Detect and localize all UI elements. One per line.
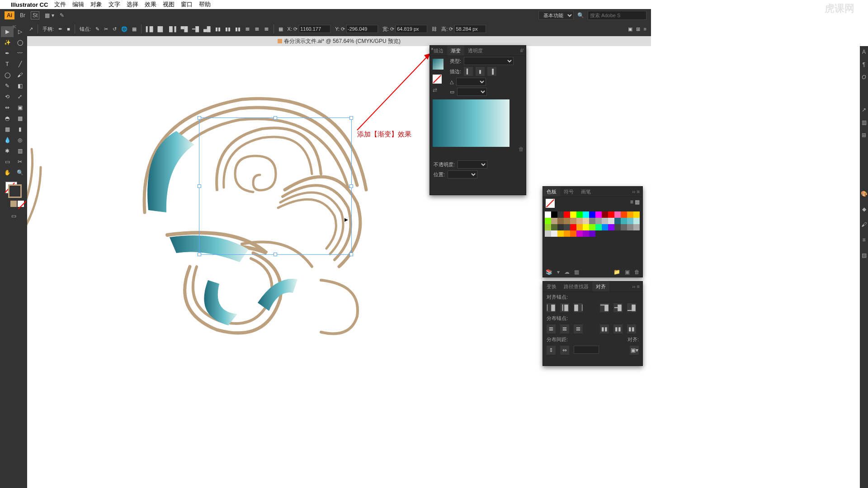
tab-transparency[interactable]: 透明度 <box>464 46 486 56</box>
reference-point-icon[interactable]: ▦ <box>278 26 283 32</box>
distribute-v1-icon[interactable]: 〓 <box>245 26 250 33</box>
color-mode-1[interactable] <box>3 201 9 207</box>
swatch-fill-none[interactable] <box>546 199 555 208</box>
curvature-tool-icon[interactable]: 〰 <box>14 48 26 59</box>
globe-icon[interactable]: 🌐 <box>121 26 127 32</box>
swatch-cell[interactable] <box>564 224 570 230</box>
shape-builder-tool-icon[interactable]: ◓ <box>1 113 14 124</box>
stroke-within-icon[interactable]: ▍ <box>464 67 473 76</box>
swatch-cell[interactable] <box>589 211 595 218</box>
ellipse-tool-icon[interactable]: ◯ <box>1 70 14 80</box>
swatch-cell[interactable] <box>557 218 564 224</box>
swatch-cell[interactable] <box>595 211 602 218</box>
swatch-cell[interactable] <box>570 230 576 237</box>
swatch-cell[interactable] <box>589 230 595 237</box>
distribute-h2-icon[interactable]: ▮▮ <box>225 26 231 32</box>
x-input[interactable] <box>299 25 330 33</box>
convert-anchor-smooth-icon[interactable]: ↗ <box>29 26 33 32</box>
direct-selection-tool-icon[interactable]: ▷ <box>14 26 26 37</box>
swatch-cell[interactable] <box>595 224 602 230</box>
delete-swatch-icon[interactable]: 🗑 <box>634 269 640 275</box>
menu-edit[interactable]: 编辑 <box>72 0 84 9</box>
new-swatch-icon[interactable]: ▣ <box>625 269 630 275</box>
new-color-group-icon[interactable]: ▦ <box>574 269 579 275</box>
magic-wand-tool-icon[interactable]: ✨ <box>1 37 14 48</box>
handle-remove-icon[interactable]: ■ <box>67 26 70 32</box>
free-transform-tool-icon[interactable]: ▣ <box>14 102 26 113</box>
gradient-swatch[interactable] <box>433 59 443 70</box>
selection-tool-icon[interactable]: ▶ <box>1 26 14 37</box>
tab-brushes[interactable]: 画笔 <box>577 187 594 197</box>
swatch-cell[interactable] <box>621 211 627 218</box>
tab-align[interactable]: 对齐 <box>592 282 609 291</box>
stock-icon[interactable]: St <box>31 11 39 19</box>
swatch-cell[interactable] <box>551 218 557 224</box>
swatch-cell[interactable] <box>608 211 614 218</box>
align-bottom-icon[interactable]: ▄█ <box>203 26 211 32</box>
align-left-icon[interactable]: ▌█ <box>146 26 153 32</box>
gradient-type-select[interactable] <box>464 57 514 65</box>
dist-vcenter-btn[interactable]: 〓 <box>560 324 569 333</box>
new-folder-icon[interactable]: 📁 <box>613 269 620 275</box>
artboard-tool-icon[interactable]: ▭ <box>1 156 14 167</box>
menu-type[interactable]: 文字 <box>108 0 120 9</box>
menu-object[interactable]: 对象 <box>90 0 102 9</box>
swatch-cell[interactable] <box>621 224 627 230</box>
swatch-libraries-icon[interactable]: 📚 <box>546 269 552 275</box>
h-input[interactable] <box>454 25 486 33</box>
selection-bounding-box[interactable] <box>199 117 352 255</box>
swatch-cell[interactable] <box>570 211 576 218</box>
panel-collapse-icon-2[interactable]: ›› ≡ <box>629 284 642 289</box>
swatch-cell[interactable] <box>564 211 570 218</box>
color-mode-2[interactable] <box>10 201 17 207</box>
lasso-tool-icon[interactable]: ◯ <box>14 37 26 48</box>
pen-tool-icon[interactable]: ✒ <box>1 48 14 59</box>
swatch-cell[interactable] <box>602 224 608 230</box>
delete-stop-icon[interactable]: 🗑 <box>519 146 524 152</box>
gpu-rocket-icon[interactable]: ✎ <box>60 12 64 19</box>
line-tool-icon[interactable]: ╱ <box>14 59 26 70</box>
menu-help[interactable]: 帮助 <box>199 0 211 9</box>
swatch-cell[interactable] <box>595 218 602 224</box>
distribute-h1-icon[interactable]: ▮▮ <box>215 26 221 32</box>
gradient-tool-icon[interactable]: ▮ <box>14 124 26 135</box>
swatch-cell[interactable] <box>583 211 589 218</box>
link-icon3[interactable]: ⟳ <box>390 26 394 32</box>
tab-gradient[interactable]: 渐变 <box>447 46 464 56</box>
distribute-v2-icon[interactable]: 〓 <box>255 26 259 33</box>
swatch-cell[interactable] <box>570 224 576 230</box>
hand-tool-icon[interactable]: ✋ <box>1 167 14 178</box>
type-tool-icon[interactable]: T <box>1 59 14 70</box>
swatch-cell[interactable] <box>576 211 583 218</box>
column-graph-tool-icon[interactable]: ▥ <box>14 145 26 156</box>
swatch-cell[interactable] <box>551 211 557 218</box>
swatch-cell[interactable] <box>551 224 557 230</box>
menu-file[interactable]: 文件 <box>54 0 66 9</box>
anchor-remove-icon[interactable]: ✂ <box>104 26 108 32</box>
gradient-opacity-input[interactable] <box>458 160 487 169</box>
swatch-cell[interactable] <box>583 230 589 237</box>
reverse-gradient-icon[interactable]: ⇄ <box>433 87 437 93</box>
align-bottom-btn[interactable]: ▁█ <box>627 303 636 312</box>
swatch-cell[interactable] <box>564 218 570 224</box>
align-hcenter-icon[interactable]: █▌ <box>157 26 165 32</box>
tab-transform[interactable]: 变换 <box>543 282 560 291</box>
gradient-preview[interactable] <box>433 99 509 147</box>
swatch-cell[interactable] <box>614 211 621 218</box>
swatch-cell[interactable] <box>627 224 633 230</box>
eyedropper-tool-icon[interactable]: 💧 <box>1 135 14 145</box>
spacing-input[interactable] <box>574 346 599 354</box>
anchor-add-icon[interactable]: ✎ <box>95 26 99 32</box>
swatch-cell[interactable] <box>633 218 640 224</box>
pixel-preview-icon[interactable]: ⊞ <box>636 26 640 32</box>
tab-swatches[interactable]: 色板 <box>543 187 560 197</box>
dist-hcenter-btn[interactable]: ▮▮ <box>613 324 623 333</box>
color-mode-none[interactable] <box>18 201 24 207</box>
swatch-cell[interactable] <box>576 218 583 224</box>
swatch-options-icon[interactable]: ☁ <box>564 269 570 275</box>
swatch-cell[interactable] <box>557 224 564 230</box>
align-top-icon[interactable]: ▀█ <box>181 26 188 32</box>
perspective-tool-icon[interactable]: ▦ <box>14 113 26 124</box>
dist-left-btn[interactable]: ▮▮ <box>600 324 609 333</box>
crop-image-icon[interactable]: ▦ <box>132 26 137 32</box>
